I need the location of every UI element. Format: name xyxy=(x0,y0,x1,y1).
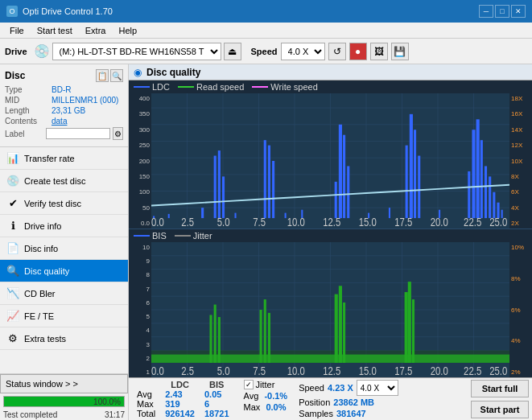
cd-bler-icon: 📉 xyxy=(6,288,19,299)
nav-fe-te[interactable]: 📈 FE / TE xyxy=(0,305,128,327)
y-b-10: 10 xyxy=(129,244,151,251)
nav-drive-info[interactable]: ℹ Drive info xyxy=(0,215,128,237)
speed-select[interactable]: 4.0 X 8.0 X Max xyxy=(281,43,325,60)
svg-text:20.0: 20.0 xyxy=(431,364,448,377)
svg-text:15.0: 15.0 xyxy=(359,216,377,229)
svg-rect-21 xyxy=(218,150,221,218)
verify-test-disc-icon: ✔ xyxy=(6,198,19,209)
svg-text:7.5: 7.5 xyxy=(253,364,266,377)
bottom-chart-legend: BIS Jitter xyxy=(129,229,532,242)
disc-icon-btn-1[interactable]: 📋 xyxy=(96,69,109,82)
progress-bar: 100.0% xyxy=(3,396,125,407)
y-right-6x: 6X xyxy=(509,188,532,196)
svg-text:5.0: 5.0 xyxy=(217,216,230,229)
stats-speed-select[interactable]: 4.0 X 8.0 X Max xyxy=(357,380,398,396)
drive-select[interactable]: (M:) HL-DT-ST BD-RE WH16NS58 TST4 xyxy=(52,43,221,60)
nav-cd-bler-label: CD Bler xyxy=(24,289,56,299)
menu-help[interactable]: Help xyxy=(112,24,143,37)
eject-button[interactable]: ⏏ xyxy=(224,43,241,60)
nav-verify-test-disc[interactable]: ✔ Verify test disc xyxy=(0,192,128,215)
svg-rect-19 xyxy=(201,208,204,218)
maximize-button[interactable]: □ xyxy=(495,5,509,18)
jitter-checkbox[interactable]: ✓ xyxy=(244,380,254,389)
contents-value[interactable]: data xyxy=(52,117,67,126)
read-color xyxy=(178,86,194,88)
y-right-16x: 16X xyxy=(509,110,532,117)
nav-disc-info[interactable]: 📄 Disc info xyxy=(0,237,128,260)
menu-extra[interactable]: Extra xyxy=(79,24,113,37)
drive-label: Drive xyxy=(5,47,27,56)
close-button[interactable]: ✕ xyxy=(511,5,526,18)
toolbar-btn-1[interactable]: ↺ xyxy=(328,43,346,60)
ldc-label: LDC xyxy=(152,82,170,92)
disc-icon-btn-2[interactable]: 🔍 xyxy=(110,69,123,82)
disc-panel: Disc 📋 🔍 Type BD-R MID MILLENMR1 (000) L… xyxy=(0,64,128,147)
toolbar-btn-2[interactable]: ● xyxy=(349,43,367,60)
y-label-350: 350 xyxy=(129,110,151,117)
label-btn[interactable]: ⚙ xyxy=(113,127,123,140)
svg-text:25.0 GB: 25.0 GB xyxy=(489,364,509,377)
nav-create-test-disc[interactable]: 💿 Create test disc xyxy=(0,170,128,192)
svg-text:22.5: 22.5 xyxy=(464,364,481,377)
svg-rect-34 xyxy=(389,208,390,218)
y-rb-6: 6% xyxy=(509,307,532,314)
status-area: Status window > > 100.0% Test completed … xyxy=(0,373,128,420)
disc-info-icon: 📄 xyxy=(6,243,19,254)
svg-rect-90 xyxy=(412,299,414,363)
label-label: Label xyxy=(5,130,43,138)
y-label-400: 400 xyxy=(129,95,151,102)
svg-rect-41 xyxy=(472,130,475,218)
svg-rect-44 xyxy=(485,166,487,218)
menu-file[interactable]: File xyxy=(3,24,31,37)
minimize-button[interactable]: ─ xyxy=(479,5,493,18)
svg-rect-87 xyxy=(343,303,345,363)
svg-rect-80 xyxy=(214,305,217,363)
y-right-2x: 2X xyxy=(509,220,532,227)
nav-extra-tests[interactable]: ⚙ Extra tests xyxy=(0,327,128,350)
bottom-chart-body: 10 9 8 7 6 5 4 3 2 1 xyxy=(129,242,532,377)
start-full-button[interactable]: Start full xyxy=(471,380,529,397)
stats-table: LDC BIS Avg 2.43 0.05 Max 319 6 Total xyxy=(132,380,234,418)
y-label-100: 100 xyxy=(129,188,151,196)
stats-bar: LDC BIS Avg 2.43 0.05 Max 319 6 Total xyxy=(129,377,532,420)
dq-title: Disc quality xyxy=(146,67,200,78)
y-label-0-top: 0.0 xyxy=(129,220,151,227)
nav-verify-test-disc-label: Verify test disc xyxy=(24,199,81,208)
toolbar-btn-3[interactable]: 🖼 xyxy=(370,43,388,60)
main-layout: Disc 📋 🔍 Type BD-R MID MILLENMR1 (000) L… xyxy=(0,64,532,420)
y-b-9: 9 xyxy=(129,257,151,265)
nav-transfer-rate[interactable]: 📊 Transfer rate xyxy=(0,147,128,170)
y-rb-2: 2% xyxy=(509,369,532,376)
svg-rect-89 xyxy=(408,282,411,363)
fe-te-icon: 📈 xyxy=(6,311,19,322)
total-label: Total xyxy=(132,409,160,418)
y-label-50: 50 xyxy=(129,204,151,212)
svg-rect-40 xyxy=(468,171,470,218)
y-rb-8: 8% xyxy=(509,275,532,282)
svg-rect-46 xyxy=(493,192,495,218)
menu-start-test[interactable]: Start test xyxy=(31,24,79,37)
svg-rect-29 xyxy=(335,182,337,218)
svg-text:12.5: 12.5 xyxy=(323,364,340,377)
type-label: Type xyxy=(5,85,52,94)
jitter-label: Jitter xyxy=(193,231,212,241)
svg-rect-32 xyxy=(347,166,349,218)
y-b-8: 8 xyxy=(129,271,151,278)
y-b-4: 4 xyxy=(129,327,151,334)
jitter-color xyxy=(175,235,191,237)
contents-label: Contents xyxy=(5,117,52,126)
y-right-10x: 10X xyxy=(509,158,532,165)
svg-rect-45 xyxy=(489,176,491,218)
toolbar-btn-4[interactable]: 💾 xyxy=(391,43,409,60)
status-window-button[interactable]: Status window > > xyxy=(0,374,128,393)
bottom-chart-svg: 0.0 2.5 5.0 7.5 10.0 12.5 15.0 17.5 20.0… xyxy=(151,242,509,377)
svg-rect-25 xyxy=(268,146,270,218)
start-part-button[interactable]: Start part xyxy=(471,401,529,418)
charts-area: LDC Read speed Write speed 400 xyxy=(129,80,532,377)
transfer-rate-icon: 📊 xyxy=(6,153,19,164)
speed-label: Speed xyxy=(251,47,278,56)
nav-disc-quality[interactable]: 🔍 Disc quality xyxy=(0,260,128,282)
label-input[interactable] xyxy=(46,128,110,139)
nav-cd-bler[interactable]: 📉 CD Bler xyxy=(0,282,128,305)
svg-text:25.0 GB: 25.0 GB xyxy=(489,216,509,229)
